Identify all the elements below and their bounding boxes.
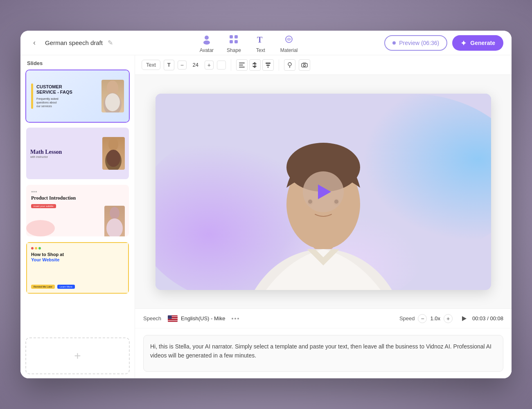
dot-1 — [232, 318, 233, 319]
speech-play-icon — [461, 316, 467, 321]
svg-rect-5 — [234, 40, 238, 43]
slide-2-background: Math Lesson with instructor — [26, 128, 129, 179]
tb-align-vert[interactable] — [249, 59, 261, 71]
speech-options-button[interactable] — [232, 318, 239, 319]
time-group: 00:03 / 00:08 — [459, 314, 503, 324]
svg-rect-18 — [239, 67, 245, 67]
project-title: German speech draft — [45, 39, 103, 46]
slide-thumb-3[interactable]: ●●● Product Introduction insert your sub… — [25, 184, 130, 237]
shape-tool[interactable]: Shape — [227, 33, 241, 53]
svg-rect-16 — [239, 63, 245, 63]
tb-text-label[interactable]: Text — [142, 60, 160, 70]
slide-3-dots: ●●● — [31, 190, 124, 193]
video-canvas — [135, 75, 512, 308]
slide-4-dot-yellow — [35, 247, 37, 249]
text-tool[interactable]: T Text — [254, 33, 267, 53]
slide-4-dot-green — [38, 247, 41, 249]
svg-rect-22 — [266, 63, 271, 64]
tb-t-letter: T — [167, 62, 171, 68]
slide-4-title-2: Your Website — [31, 257, 59, 262]
language-selector[interactable]: English(US) - Mike — [168, 315, 225, 322]
tb-separator-1 — [231, 59, 231, 71]
slide-2-person-svg — [102, 137, 125, 170]
speed-group: Speed − 1.0x + — [399, 314, 453, 323]
dot-2 — [234, 318, 236, 319]
svg-rect-45 — [168, 319, 178, 319]
speed-decrease-button[interactable]: − — [418, 314, 427, 323]
slide-1-content: CUSTOMERSERVICE - FAQS Frequently askedq… — [26, 70, 129, 122]
material-tool[interactable]: Material — [280, 33, 298, 53]
avatar-label: Avatar — [200, 47, 214, 53]
generate-button[interactable]: Generate — [452, 35, 503, 51]
tb-color-picker[interactable] — [217, 61, 226, 70]
slide-2-text: Math Lesson with instructor — [30, 149, 102, 158]
slide-4-topbar — [31, 247, 124, 249]
edit-icon[interactable]: ✎ — [108, 39, 113, 47]
slide-1-bar — [31, 83, 33, 108]
slide-4-btns: Remind Me Later Learn More — [31, 285, 124, 289]
speed-value: 1.0x — [430, 315, 440, 321]
tb-plus-button[interactable]: + — [205, 61, 214, 70]
svg-rect-3 — [234, 35, 238, 38]
slide-2-sub: with instructor — [30, 155, 102, 158]
slide-3-title: Product Introduction — [31, 195, 124, 201]
slide-4-content: How to Shop at Your Website Remind Me La… — [27, 243, 128, 293]
avatar-icon — [200, 33, 213, 46]
back-button[interactable]: ‹ — [29, 37, 40, 49]
camera-icon — [301, 63, 308, 67]
speech-play-button[interactable] — [459, 314, 469, 324]
align-left-icon — [239, 63, 245, 67]
slide-thumb-1[interactable]: CUSTOMERSERVICE - FAQS Frequently askedq… — [25, 70, 130, 123]
svg-rect-4 — [230, 40, 233, 43]
main-area: Slides CUSTOMERSERVICE - FAQS Frequently… — [20, 55, 512, 378]
speech-text-area: Hi, this is Stella, your AI narrator. Si… — [135, 328, 512, 378]
tb-layers[interactable] — [262, 59, 274, 71]
canvas-area: Text T − 24 + — [135, 55, 512, 378]
slide-1-avatar — [101, 80, 124, 112]
slide-3-blob — [26, 220, 55, 236]
slide-thumb-4[interactable]: How to Shop at Your Website Remind Me La… — [25, 241, 130, 294]
add-slide-button[interactable]: + — [25, 337, 130, 374]
slide-4-title: How to Shop at Your Website — [31, 252, 124, 263]
material-label: Material — [280, 47, 298, 53]
header-right: Preview (06:36) Generate — [384, 35, 503, 51]
align-vert-icon — [252, 62, 258, 68]
slide-4-title-1: How to Shop at — [31, 252, 64, 257]
slides-list: CUSTOMERSERVICE - FAQS Frequently askedq… — [20, 70, 135, 333]
slide-thumb-2[interactable]: Math Lesson with instructor — [25, 127, 130, 180]
svg-marker-20 — [252, 62, 257, 64]
svg-point-25 — [288, 63, 291, 66]
slide-1-person-svg — [101, 80, 124, 112]
speed-increase-button[interactable]: + — [444, 314, 453, 323]
slide-2-title: Math Lesson — [30, 149, 102, 155]
slide-1-title: CUSTOMERSERVICE - FAQS — [36, 84, 98, 95]
header-left: ‹ German speech draft ✎ — [29, 37, 113, 49]
slide-4-btn2: Learn More — [57, 285, 75, 289]
header-tools: Avatar Shape T — [200, 33, 298, 53]
add-slide-icon: + — [74, 349, 81, 362]
slide-1-sub: Frequently askedquestions aboutour servi… — [36, 97, 98, 108]
tb-minus-button[interactable]: − — [178, 61, 187, 70]
preview-dot — [392, 41, 396, 45]
preview-button[interactable]: Preview (06:36) — [384, 35, 447, 51]
svg-point-15 — [106, 218, 123, 236]
slides-header: Slides — [20, 55, 135, 70]
tb-align-left[interactable] — [236, 59, 248, 71]
time-display: 00:03 / 00:08 — [472, 315, 503, 321]
us-flag-svg — [168, 315, 178, 322]
speed-label: Speed — [399, 315, 415, 321]
svg-rect-24 — [267, 67, 269, 67]
speech-text-box[interactable]: Hi, this is Stella, your AI narrator. Si… — [143, 335, 503, 372]
avatar-tool[interactable]: Avatar — [200, 33, 214, 53]
tb-text-icon[interactable]: T — [164, 60, 174, 70]
play-button[interactable] — [303, 171, 344, 212]
svg-marker-48 — [462, 316, 467, 321]
generate-icon — [460, 40, 467, 46]
slide-3-background: ●●● Product Introduction insert your sub… — [26, 185, 129, 236]
slide-2-avatar — [102, 137, 125, 170]
svg-point-1 — [203, 40, 210, 45]
tb-pin-button[interactable] — [284, 59, 295, 71]
text-icon: T — [254, 33, 267, 46]
tb-camera-button[interactable] — [299, 59, 310, 71]
svg-rect-46 — [168, 320, 178, 321]
